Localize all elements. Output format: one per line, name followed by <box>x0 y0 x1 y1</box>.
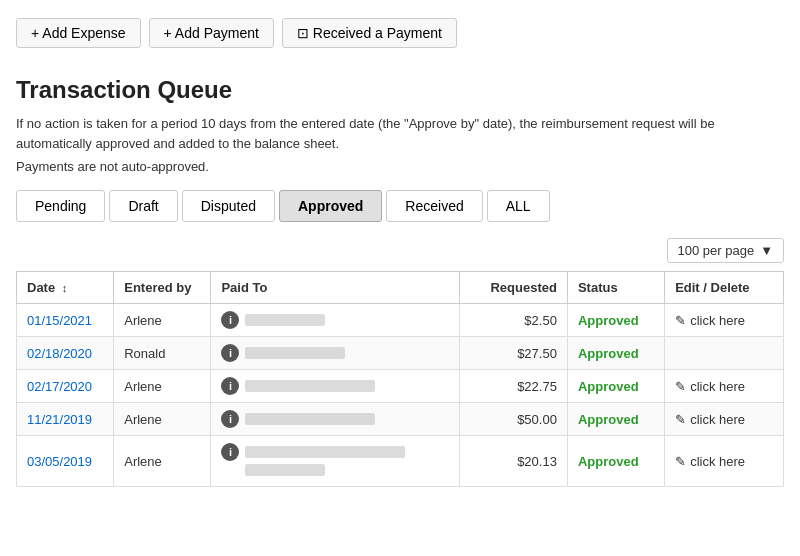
cell-edit-delete: ✎ click here <box>665 370 784 403</box>
paid-to-blurred-line1 <box>245 446 405 458</box>
paid-to-blurred <box>245 314 325 326</box>
cell-entered-by: Arlene <box>114 370 211 403</box>
edit-click-here[interactable]: ✎ click here <box>675 454 773 469</box>
transactions-table: Date ↕ Entered by Paid To Requested Stat… <box>16 271 784 487</box>
cell-date: 11/21/2019 <box>17 403 114 436</box>
edit-click-here[interactable]: ✎ click here <box>675 412 773 427</box>
cell-edit-delete: ✎ click here <box>665 436 784 487</box>
col-header-status: Status <box>567 272 664 304</box>
info-text: If no action is taken for a period 10 da… <box>16 114 784 153</box>
edit-click-here[interactable]: ✎ click here <box>675 313 773 328</box>
cell-status: Approved <box>567 370 664 403</box>
paid-to-blurred <box>245 413 375 425</box>
cell-paid-to: i <box>211 436 459 487</box>
top-button-bar: + Add Expense + Add Payment ⊡ Received a… <box>16 10 784 56</box>
col-header-date[interactable]: Date ↕ <box>17 272 114 304</box>
add-expense-button[interactable]: + Add Expense <box>16 18 141 48</box>
paid-to-content: i <box>221 377 448 395</box>
pencil-icon: ✎ <box>675 412 686 427</box>
cell-requested: $2.50 <box>459 304 567 337</box>
cell-entered-by: Arlene <box>114 403 211 436</box>
status-badge: Approved <box>578 313 639 328</box>
paid-to-line1: i <box>221 443 405 461</box>
pencil-icon: ✎ <box>675 313 686 328</box>
page-title: Transaction Queue <box>16 76 784 104</box>
paid-to-content: i <box>221 311 448 329</box>
click-here-label[interactable]: click here <box>690 313 745 328</box>
tab-draft[interactable]: Draft <box>109 190 177 222</box>
received-payment-button[interactable]: ⊡ Received a Payment <box>282 18 457 48</box>
click-here-label[interactable]: click here <box>690 454 745 469</box>
pencil-icon: ✎ <box>675 379 686 394</box>
cell-paid-to: i <box>211 403 459 436</box>
add-payment-button[interactable]: + Add Payment <box>149 18 274 48</box>
cell-paid-to: i <box>211 370 459 403</box>
info-icon[interactable]: i <box>221 443 239 461</box>
cell-status: Approved <box>567 337 664 370</box>
paid-to-content: i <box>221 443 448 479</box>
cell-edit-delete: ✎ click here <box>665 403 784 436</box>
status-badge: Approved <box>578 454 639 469</box>
tab-disputed[interactable]: Disputed <box>182 190 275 222</box>
table-row: 02/17/2020Arlene i $22.75Approved ✎ clic… <box>17 370 784 403</box>
cell-requested: $50.00 <box>459 403 567 436</box>
info-icon[interactable]: i <box>221 344 239 362</box>
col-header-edit-delete: Edit / Delete <box>665 272 784 304</box>
click-here-label[interactable]: click here <box>690 412 745 427</box>
cell-edit-delete <box>665 337 784 370</box>
cell-entered-by: Arlene <box>114 304 211 337</box>
tab-bar: Pending Draft Disputed Approved Received… <box>16 190 784 222</box>
paid-to-content: i <box>221 410 448 428</box>
table-header-row: Date ↕ Entered by Paid To Requested Stat… <box>17 272 784 304</box>
cell-status: Approved <box>567 403 664 436</box>
table-row: 03/05/2019Arlene i $20.13Approved ✎ clic… <box>17 436 784 487</box>
paid-to-line2 <box>245 464 325 479</box>
cell-status: Approved <box>567 304 664 337</box>
cell-requested: $20.13 <box>459 436 567 487</box>
info-icon[interactable]: i <box>221 377 239 395</box>
col-header-entered-by: Entered by <box>114 272 211 304</box>
tab-approved[interactable]: Approved <box>279 190 382 222</box>
pencil-icon: ✎ <box>675 454 686 469</box>
pagination-row: 100 per page ▼ <box>16 238 784 263</box>
cell-date: 02/18/2020 <box>17 337 114 370</box>
cell-entered-by: Ronald <box>114 337 211 370</box>
tab-all[interactable]: ALL <box>487 190 550 222</box>
col-header-requested: Requested <box>459 272 567 304</box>
table-row: 01/15/2021Arlene i $2.50Approved ✎ click… <box>17 304 784 337</box>
info-icon[interactable]: i <box>221 410 239 428</box>
paid-to-content: i <box>221 344 448 362</box>
table-row: 02/18/2020Ronald i $27.50Approved <box>17 337 784 370</box>
cell-paid-to: i <box>211 304 459 337</box>
chevron-down-icon: ▼ <box>760 243 773 258</box>
sort-icon: ↕ <box>62 282 68 294</box>
per-page-dropdown[interactable]: 100 per page ▼ <box>667 238 785 263</box>
tab-pending[interactable]: Pending <box>16 190 105 222</box>
col-header-paid-to: Paid To <box>211 272 459 304</box>
cell-date: 01/15/2021 <box>17 304 114 337</box>
cell-edit-delete: ✎ click here <box>665 304 784 337</box>
cell-date: 02/17/2020 <box>17 370 114 403</box>
edit-click-here[interactable]: ✎ click here <box>675 379 773 394</box>
cell-status: Approved <box>567 436 664 487</box>
cell-entered-by: Arlene <box>114 436 211 487</box>
status-badge: Approved <box>578 412 639 427</box>
table-row: 11/21/2019Arlene i $50.00Approved ✎ clic… <box>17 403 784 436</box>
cell-date: 03/05/2019 <box>17 436 114 487</box>
paid-to-blurred <box>245 347 345 359</box>
cell-requested: $27.50 <box>459 337 567 370</box>
status-badge: Approved <box>578 379 639 394</box>
payments-note: Payments are not auto-approved. <box>16 159 784 174</box>
tab-received[interactable]: Received <box>386 190 482 222</box>
click-here-label[interactable]: click here <box>690 379 745 394</box>
cell-requested: $22.75 <box>459 370 567 403</box>
status-badge: Approved <box>578 346 639 361</box>
per-page-label: 100 per page <box>678 243 755 258</box>
info-icon[interactable]: i <box>221 311 239 329</box>
cell-paid-to: i <box>211 337 459 370</box>
paid-to-blurred-line2 <box>245 464 325 476</box>
paid-to-blurred <box>245 380 375 392</box>
